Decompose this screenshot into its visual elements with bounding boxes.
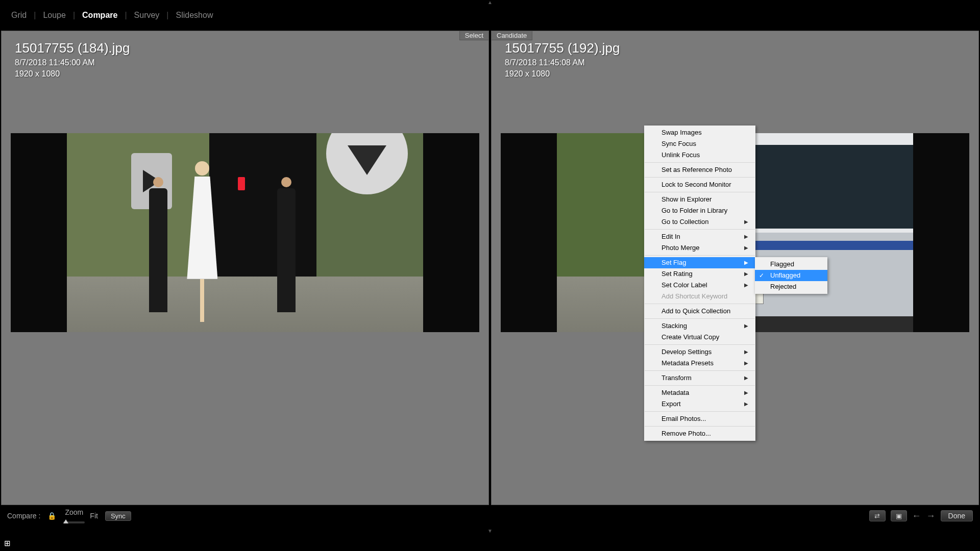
menu-item-label: Go to Collection: [662, 218, 709, 226]
menu-item[interactable]: Swap Images: [644, 127, 755, 138]
menu-item[interactable]: Email Photos...: [644, 413, 755, 424]
menu-item-label: Sync Focus: [662, 140, 696, 148]
menu-item-label: Add to Quick Collection: [662, 307, 730, 315]
next-arrow-icon[interactable]: →: [926, 511, 936, 521]
view-mode-compare[interactable]: Compare: [80, 11, 119, 20]
menu-item[interactable]: Create Virtual Copy: [644, 332, 755, 343]
candidate-info-overlay: 15017755 (192).jpg 8/7/2018 11:45:08 AM …: [505, 40, 620, 80]
lock-icon[interactable]: 🔒: [47, 512, 56, 520]
menu-separator: [645, 385, 755, 386]
submenu-label: Unflagged: [770, 271, 800, 279]
separator: |: [29, 11, 41, 20]
menu-item-label: Create Virtual Copy: [662, 333, 719, 341]
windows-start-icon[interactable]: ⊞: [4, 539, 11, 548]
chevron-right-icon: ▶: [744, 281, 748, 289]
menu-item-label: Set Color Label: [662, 281, 707, 289]
menu-item-label: Metadata: [662, 389, 689, 397]
set-flag-submenu[interactable]: Flagged ✓Unflagged Rejected: [755, 257, 827, 294]
menu-separator: [645, 370, 755, 371]
menu-item-label: Remove Photo...: [662, 430, 711, 438]
fit-label[interactable]: Fit: [90, 512, 98, 520]
select-photo[interactable]: [11, 133, 479, 332]
menu-item-label: Go to Folder in Library: [662, 207, 727, 215]
slider-thumb[interactable]: [63, 519, 68, 523]
letterbox-left: [11, 133, 67, 332]
chevron-right-icon: ▶: [744, 348, 748, 356]
menu-item-label: Transform: [662, 374, 692, 382]
menu-item[interactable]: Metadata Presets▶: [644, 358, 755, 369]
separator: |: [161, 11, 174, 20]
candidate-filename: 15017755 (192).jpg: [505, 40, 620, 56]
view-mode-grid[interactable]: Grid: [9, 11, 29, 20]
menu-item[interactable]: Transform▶: [644, 372, 755, 384]
candidate-datetime: 8/7/2018 11:45:08 AM: [505, 57, 620, 68]
menu-item-label: Show in Explorer: [662, 195, 712, 204]
menu-item[interactable]: Sync Focus: [644, 138, 755, 149]
done-button[interactable]: Done: [941, 510, 973, 521]
chevron-right-icon: ▶: [744, 359, 748, 367]
menu-item[interactable]: Show in Explorer: [644, 194, 755, 205]
menu-item[interactable]: Stacking▶: [644, 320, 755, 332]
chevron-right-icon: ▶: [744, 244, 748, 252]
menu-item[interactable]: Set as Reference Photo: [644, 164, 755, 176]
sync-button[interactable]: Sync: [105, 511, 131, 521]
prev-arrow-icon[interactable]: ←: [912, 511, 921, 521]
menu-item[interactable]: Set Rating▶: [644, 268, 755, 280]
bottom-panel-collapse-handle[interactable]: ▼: [0, 528, 980, 535]
menu-item[interactable]: Set Color Label▶: [644, 280, 755, 291]
windows-taskbar[interactable]: ⊞: [0, 536, 980, 551]
menu-separator: [645, 304, 755, 304]
figure-man-left: [145, 177, 171, 332]
make-select-button[interactable]: ▣: [891, 510, 907, 521]
context-menu[interactable]: Swap ImagesSync FocusUnlink FocusSet as …: [644, 126, 755, 441]
menu-item[interactable]: Metadata▶: [644, 387, 755, 398]
view-mode-survey[interactable]: Survey: [132, 11, 162, 20]
menu-item-label: Export: [662, 400, 681, 408]
chevron-right-icon: ▶: [744, 218, 748, 226]
menu-item[interactable]: Set Flag▶: [644, 257, 755, 268]
menu-item[interactable]: Go to Folder in Library: [644, 205, 755, 216]
menu-item[interactable]: Develop Settings▶: [644, 346, 755, 358]
menu-item[interactable]: Edit In▶: [644, 231, 755, 242]
separator: |: [119, 11, 132, 20]
menu-separator: [645, 162, 755, 163]
figure-man-right: [274, 177, 299, 332]
menu-item-label: Set Flag: [662, 259, 686, 267]
candidate-dimensions: 980 x 551: [505, 68, 620, 80]
menu-item[interactable]: Remove Photo...: [644, 428, 755, 439]
zoom-slider[interactable]: [63, 521, 85, 523]
check-icon: ✓: [759, 271, 764, 280]
traffic-light: [238, 177, 245, 190]
view-mode-slideshow[interactable]: Slideshow: [174, 11, 215, 20]
menu-item[interactable]: Photo Merge▶: [644, 242, 755, 254]
menu-item-label: Photo Merge: [662, 244, 699, 252]
menu-item-label: Set as Reference Photo: [662, 166, 732, 174]
submenu-unflagged[interactable]: ✓Unflagged: [755, 270, 827, 281]
menu-separator: [645, 177, 755, 178]
menu-item[interactable]: Export▶: [644, 398, 755, 410]
view-mode-loupe[interactable]: Loupe: [41, 11, 68, 20]
menu-item[interactable]: Unlink Focus: [644, 149, 755, 161]
compare-label: Compare :: [7, 512, 40, 520]
zoom-group: Zoom Fit: [63, 508, 98, 523]
swap-button[interactable]: ⇄: [869, 510, 886, 521]
submenu-flagged[interactable]: Flagged: [755, 259, 827, 270]
chevron-right-icon: ▶: [744, 233, 748, 241]
menu-separator: [645, 229, 755, 230]
top-panel-collapse-handle[interactable]: ▲: [0, 0, 980, 7]
menu-item[interactable]: Add to Quick Collection: [644, 306, 755, 317]
chevron-right-icon: ▶: [744, 389, 748, 397]
chevron-right-icon: ▶: [744, 322, 748, 330]
menu-item-label: Edit In: [662, 233, 680, 241]
menu-item: Add Shortcut Keyword: [644, 291, 755, 302]
menu-separator: [645, 411, 755, 412]
candidate-tag: Candidate: [492, 31, 532, 40]
menu-item-label: Stacking: [662, 322, 687, 330]
menu-item[interactable]: Lock to Second Monitor: [644, 179, 755, 190]
select-icon: ▣: [896, 512, 902, 520]
menu-item[interactable]: Go to Collection▶: [644, 216, 755, 228]
menu-separator: [645, 318, 755, 319]
down-arrow-sign: [326, 133, 408, 194]
submenu-rejected[interactable]: Rejected: [755, 281, 827, 292]
select-pane[interactable]: Select 15017755 (184).jpg 8/7/2018 11:45…: [1, 31, 489, 505]
